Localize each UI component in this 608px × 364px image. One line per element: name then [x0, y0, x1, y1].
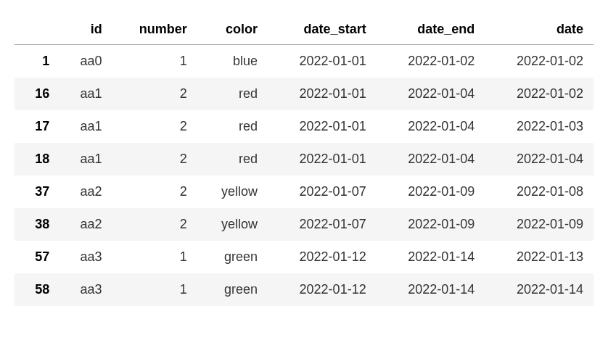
cell-index: 37	[15, 175, 59, 208]
data-table: id number color date_start date_end date…	[15, 15, 593, 306]
cell-date: 2022-01-02	[485, 45, 593, 78]
col-header-date-end: date_end	[377, 15, 485, 45]
cell-color: yellow	[197, 175, 268, 208]
col-header-color: color	[197, 15, 268, 45]
cell-date: 2022-01-14	[485, 273, 593, 306]
cell-id: aa2	[59, 208, 112, 241]
cell-color: blue	[197, 45, 268, 78]
cell-date: 2022-01-03	[485, 110, 593, 143]
cell-date-start: 2022-01-07	[268, 208, 377, 241]
cell-color: green	[197, 241, 268, 273]
table-header-row: id number color date_start date_end date	[15, 15, 593, 45]
table-row: 38 aa2 2 yellow 2022-01-07 2022-01-09 20…	[15, 208, 593, 241]
cell-date-start: 2022-01-07	[268, 175, 377, 208]
table-row: 18 aa1 2 red 2022-01-01 2022-01-04 2022-…	[15, 143, 593, 175]
cell-index: 58	[15, 273, 59, 306]
cell-date-start: 2022-01-01	[268, 110, 377, 143]
cell-index: 18	[15, 143, 59, 175]
cell-number: 1	[112, 45, 197, 78]
cell-number: 2	[112, 143, 197, 175]
cell-date-end: 2022-01-09	[377, 175, 485, 208]
cell-date: 2022-01-04	[485, 143, 593, 175]
cell-color: yellow	[197, 208, 268, 241]
col-header-number: number	[112, 15, 197, 45]
table-row: 17 aa1 2 red 2022-01-01 2022-01-04 2022-…	[15, 110, 593, 143]
cell-date-end: 2022-01-14	[377, 273, 485, 306]
cell-color: red	[197, 143, 268, 175]
col-header-index	[15, 15, 59, 45]
cell-number: 2	[112, 208, 197, 241]
cell-date: 2022-01-08	[485, 175, 593, 208]
cell-index: 17	[15, 110, 59, 143]
cell-date-start: 2022-01-01	[268, 143, 377, 175]
cell-date-end: 2022-01-14	[377, 241, 485, 273]
table-row: 1 aa0 1 blue 2022-01-01 2022-01-02 2022-…	[15, 45, 593, 78]
cell-number: 2	[112, 175, 197, 208]
cell-date-end: 2022-01-09	[377, 208, 485, 241]
cell-date-end: 2022-01-04	[377, 78, 485, 110]
cell-color: red	[197, 110, 268, 143]
col-header-date-start: date_start	[268, 15, 377, 45]
cell-date-start: 2022-01-01	[268, 78, 377, 110]
cell-id: aa1	[59, 110, 112, 143]
cell-index: 16	[15, 78, 59, 110]
cell-id: aa3	[59, 241, 112, 273]
table-row: 58 aa3 1 green 2022-01-12 2022-01-14 202…	[15, 273, 593, 306]
cell-index: 57	[15, 241, 59, 273]
cell-id: aa3	[59, 273, 112, 306]
cell-id: aa1	[59, 143, 112, 175]
cell-id: aa0	[59, 45, 112, 78]
cell-date: 2022-01-13	[485, 241, 593, 273]
cell-date-end: 2022-01-04	[377, 110, 485, 143]
table-row: 37 aa2 2 yellow 2022-01-07 2022-01-09 20…	[15, 175, 593, 208]
cell-date-end: 2022-01-04	[377, 143, 485, 175]
table-row: 57 aa3 1 green 2022-01-12 2022-01-14 202…	[15, 241, 593, 273]
col-header-id: id	[59, 15, 112, 45]
cell-date-start: 2022-01-01	[268, 45, 377, 78]
cell-index: 38	[15, 208, 59, 241]
cell-color: red	[197, 78, 268, 110]
cell-index: 1	[15, 45, 59, 78]
col-header-date: date	[485, 15, 593, 45]
cell-id: aa1	[59, 78, 112, 110]
cell-color: green	[197, 273, 268, 306]
table-row: 16 aa1 2 red 2022-01-01 2022-01-04 2022-…	[15, 78, 593, 110]
cell-number: 1	[112, 241, 197, 273]
cell-date: 2022-01-09	[485, 208, 593, 241]
cell-number: 2	[112, 110, 197, 143]
cell-id: aa2	[59, 175, 112, 208]
cell-date-end: 2022-01-02	[377, 45, 485, 78]
cell-number: 1	[112, 273, 197, 306]
table-body: 1 aa0 1 blue 2022-01-01 2022-01-02 2022-…	[15, 45, 593, 307]
cell-date-start: 2022-01-12	[268, 241, 377, 273]
cell-number: 2	[112, 78, 197, 110]
cell-date: 2022-01-02	[485, 78, 593, 110]
cell-date-start: 2022-01-12	[268, 273, 377, 306]
